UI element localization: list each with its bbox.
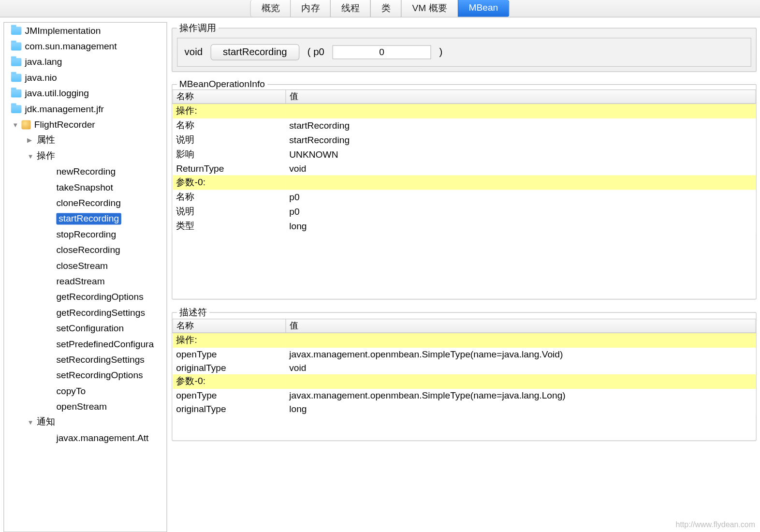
tree-package-java.lang[interactable]: java.lang <box>4 54 166 70</box>
mbean-tree[interactable]: JMImplementationcom.sun.managementjava.l… <box>3 22 167 532</box>
tree-op-getRecordingOptions[interactable]: getRecordingOptions <box>4 289 166 305</box>
table-row[interactable]: ReturnTypevoid <box>173 162 756 176</box>
tree-op-getRecordingSettings[interactable]: getRecordingSettings <box>4 305 166 320</box>
tree-op-closeStream[interactable]: closeStream <box>4 258 166 273</box>
invoke-button[interactable]: startRecording <box>211 44 299 60</box>
folder-icon <box>11 42 22 50</box>
tab-MBean[interactable]: MBean <box>458 0 509 17</box>
tab-bar: 概览内存线程类VM 概要MBean <box>0 0 760 17</box>
table-row[interactable]: originalTypevoid <box>173 361 756 374</box>
descriptor-panel: 描述符 名称 值 操作:openTypejavax.management.ope… <box>172 307 757 441</box>
info-table: 名称 值 操作:名称startRecording说明startRecording… <box>172 89 756 234</box>
table-row[interactable]: 类型long <box>173 219 756 233</box>
tab-类[interactable]: 类 <box>370 0 402 17</box>
folder-icon <box>11 27 22 35</box>
chevron-down-icon[interactable] <box>27 152 34 159</box>
tree-op-cloneRecording[interactable]: cloneRecording <box>4 195 166 210</box>
tree-bean[interactable]: FlightRecorder <box>4 117 166 132</box>
chevron-right-icon[interactable] <box>27 136 34 144</box>
param-input-p0[interactable] <box>333 45 431 59</box>
tab-概览[interactable]: 概览 <box>250 0 291 17</box>
folder-icon <box>11 58 22 66</box>
tree-op-stopRecording[interactable]: stopRecording <box>4 226 166 242</box>
tree-package-java.nio[interactable]: java.nio <box>4 70 166 85</box>
tree-package-jdk.management.jfr[interactable]: jdk.management.jfr <box>4 101 166 117</box>
desc-legend: 描述符 <box>177 307 209 319</box>
table-row[interactable]: 说明startRecording <box>173 133 756 148</box>
param-close: ) <box>439 46 442 58</box>
desc-table: 名称 值 操作:openTypejavax.management.openmbe… <box>172 319 756 415</box>
tree-notifications[interactable]: 通知 <box>4 414 166 430</box>
tab-VM 概要[interactable]: VM 概要 <box>401 0 458 17</box>
mbean-operation-info: MBeanOperationInfo 名称 值 操作:名称startRecord… <box>172 79 757 299</box>
table-row[interactable]: 名称p0 <box>173 190 756 204</box>
folder-icon <box>11 89 22 97</box>
info-legend: MBeanOperationInfo <box>177 79 267 89</box>
tree-attributes[interactable]: 属性 <box>4 133 166 148</box>
watermark: http://www.flydean.com <box>675 520 755 529</box>
tree-op-copyTo[interactable]: copyTo <box>4 383 166 399</box>
tree-op-closeRecording[interactable]: closeRecording <box>4 242 166 257</box>
table-row[interactable]: openTypejavax.management.openmbean.Simpl… <box>173 389 756 402</box>
table-row[interactable]: openTypejavax.management.openmbean.Simpl… <box>173 348 756 361</box>
tree-notif-item[interactable]: javax.management.Att <box>4 430 166 445</box>
tree-op-newRecording[interactable]: newRecording <box>4 163 166 179</box>
tab-线程[interactable]: 线程 <box>330 0 371 17</box>
tree-op-setConfiguration[interactable]: setConfiguration <box>4 320 166 336</box>
tree-op-setRecordingOptions[interactable]: setRecordingOptions <box>4 368 166 383</box>
table-row[interactable]: 操作: <box>173 333 756 348</box>
table-row[interactable]: 名称startRecording <box>173 118 756 133</box>
tree-op-setRecordingSettings[interactable]: setRecordingSettings <box>4 352 166 367</box>
tree-op-openStream[interactable]: openStream <box>4 399 166 414</box>
tree-package-java.util.logging[interactable]: java.util.logging <box>4 85 166 101</box>
table-row[interactable]: 参数-0: <box>173 374 756 389</box>
col-name[interactable]: 名称 <box>173 89 286 103</box>
param-open: ( p0 <box>307 46 324 58</box>
col-value[interactable]: 值 <box>286 89 756 103</box>
chevron-down-icon[interactable] <box>27 419 34 426</box>
table-row[interactable]: 影响UNKNOWN <box>173 148 756 162</box>
tree-op-setPredefinedConfigura[interactable]: setPredefinedConfigura <box>4 336 166 352</box>
table-row[interactable]: originalTypelong <box>173 402 756 416</box>
tree-package-JMImplementation[interactable]: JMImplementation <box>4 23 166 38</box>
operation-invoke-panel: 操作调用 void startRecording ( p0 ) <box>172 22 757 72</box>
folder-icon <box>11 105 22 113</box>
tree-op-takeSnapshot[interactable]: takeSnapshot <box>4 179 166 195</box>
tree-operations[interactable]: 操作 <box>4 148 166 163</box>
tree-op-readStream[interactable]: readStream <box>4 273 166 289</box>
chevron-down-icon[interactable] <box>12 121 19 128</box>
tree-op-startRecording[interactable]: startRecording <box>4 211 166 226</box>
tree-package-com.sun.management[interactable]: com.sun.management <box>4 38 166 54</box>
tab-内存[interactable]: 内存 <box>291 0 331 17</box>
bean-icon <box>21 120 30 129</box>
invoke-legend: 操作调用 <box>177 22 219 34</box>
table-row[interactable]: 操作: <box>173 103 756 118</box>
folder-icon <box>11 74 22 82</box>
table-row[interactable]: 参数-0: <box>173 175 756 190</box>
table-row[interactable]: 说明p0 <box>173 204 756 219</box>
col-value[interactable]: 值 <box>286 319 756 333</box>
return-type: void <box>185 46 203 58</box>
col-name[interactable]: 名称 <box>173 319 286 333</box>
